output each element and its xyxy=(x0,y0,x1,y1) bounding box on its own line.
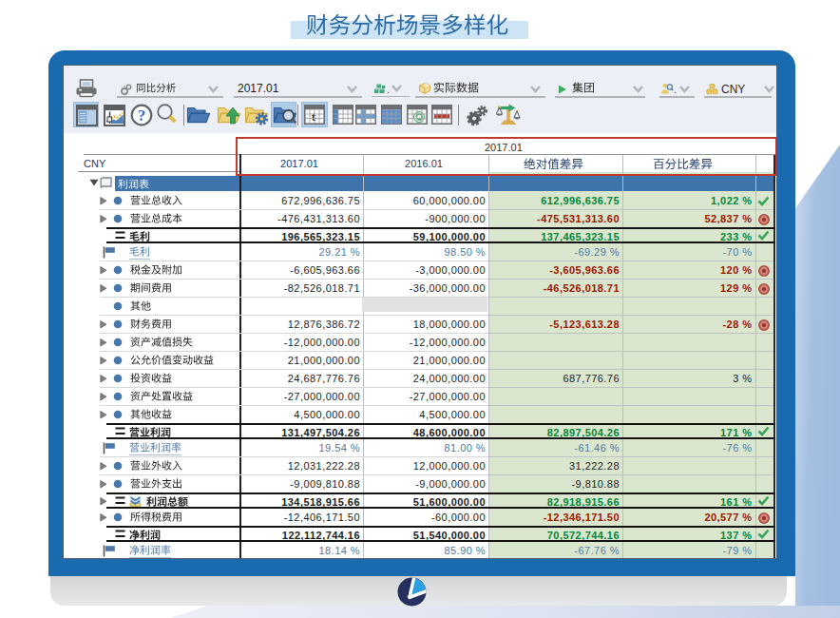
svg-text:?: ? xyxy=(138,106,146,125)
